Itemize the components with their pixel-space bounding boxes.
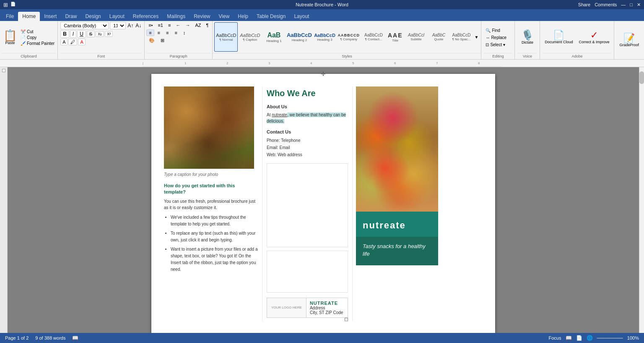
- middle-spacer: [267, 163, 348, 247]
- style-normal[interactable]: AaBbCcD ¶ Normal: [214, 22, 238, 52]
- tab-draw[interactable]: Draw: [61, 12, 81, 21]
- about-text-prefix: At: [267, 113, 272, 117]
- bold-button[interactable]: B: [60, 30, 69, 38]
- phone-line[interactable]: Phone: Telephone: [267, 137, 348, 144]
- contact-heading[interactable]: Contact Us: [267, 129, 348, 134]
- replace-button[interactable]: ↔ Replace: [484, 34, 508, 41]
- style-company[interactable]: AABBCCD ¶ Company: [337, 22, 361, 52]
- multilevel-list-button[interactable]: ≡: [166, 22, 173, 29]
- format-painter-button[interactable]: 🖌️ Format Painter: [19, 41, 56, 46]
- comments-button[interactable]: Comments: [595, 2, 617, 8]
- grow-font-button[interactable]: A↑: [127, 22, 134, 29]
- style-heading1[interactable]: AaB Heading 1: [262, 22, 286, 52]
- email-line[interactable]: Email: Email: [267, 144, 348, 151]
- who-we-are-heading[interactable]: Who We Are: [267, 86, 348, 98]
- voice-group: 🎙️ Dictate Voice: [515, 21, 540, 59]
- brand-box[interactable]: nutreate: [356, 212, 438, 237]
- bullet-1[interactable]: We've included a few tips throughout the…: [171, 214, 258, 228]
- numbering-button[interactable]: ≡1: [156, 22, 165, 29]
- shrink-font-button[interactable]: A↓: [135, 22, 142, 29]
- font-color-button[interactable]: A: [78, 39, 85, 45]
- align-center-button[interactable]: ≡: [155, 29, 163, 36]
- underline-button[interactable]: U: [77, 30, 86, 38]
- doc-title: Nutreate Brochure - Word: [163, 2, 481, 7]
- tab-mailings[interactable]: Mailings: [163, 12, 190, 21]
- read-mode-icon[interactable]: 📖: [566, 335, 572, 341]
- tab-file[interactable]: File: [2, 12, 18, 21]
- style-subtitle[interactable]: AaBbCcl Subtitle: [404, 22, 428, 52]
- select-button[interactable]: ⊡ Select ▾: [484, 42, 508, 48]
- text-effects-button[interactable]: A: [60, 39, 68, 45]
- find-button[interactable]: 🔍 Find: [484, 27, 508, 34]
- question-heading[interactable]: How do you get started with this templat…: [164, 183, 258, 196]
- photo-caption[interactable]: Type a caption for your photo: [164, 172, 258, 177]
- decrease-indent-button[interactable]: ←: [174, 22, 182, 29]
- borders-button[interactable]: ⊞: [158, 37, 167, 44]
- bullet-2[interactable]: To replace any tip text (such as this) w…: [171, 230, 258, 244]
- tab-layout2[interactable]: Layout: [290, 12, 313, 21]
- gradeproof-button[interactable]: 📝 GradeProof: [617, 32, 641, 48]
- resize-handle[interactable]: [345, 318, 348, 321]
- style-heading2[interactable]: AaBbCcD Heading 2: [286, 22, 312, 52]
- web-line[interactable]: Web: Web address: [267, 151, 348, 158]
- line-spacing-button[interactable]: ↕: [181, 29, 188, 36]
- style-title[interactable]: AAE Title: [387, 22, 404, 52]
- scrollbar-area[interactable]: [639, 67, 644, 333]
- font-size-select[interactable]: 11: [110, 22, 126, 29]
- tab-view[interactable]: View: [215, 12, 234, 21]
- increase-indent-button[interactable]: →: [183, 22, 192, 29]
- about-text[interactable]: At nutreate, we believe that healthy can…: [267, 112, 348, 124]
- style-quote[interactable]: AaBbC Quote: [428, 22, 449, 52]
- web-layout-icon[interactable]: 🌐: [587, 335, 593, 341]
- logo-box[interactable]: YOUR LOGO HERE: [267, 298, 306, 317]
- print-layout-icon[interactable]: 📄: [576, 335, 582, 341]
- tab-help[interactable]: Help: [234, 12, 252, 21]
- strikethrough-button[interactable]: S: [87, 31, 95, 37]
- paste-button[interactable]: 📋 Paste: [2, 29, 18, 46]
- word-count: 9 of 388 words: [35, 335, 65, 340]
- style-contact[interactable]: AaBbCcD ¶ Contact...: [361, 22, 386, 52]
- style-nospace[interactable]: AaBbCcD ¶ No Spac...: [449, 22, 473, 52]
- zoom-slider[interactable]: ────────: [597, 335, 623, 340]
- tab-layout[interactable]: Layout: [105, 12, 129, 21]
- dictate-button[interactable]: 🎙️ Dictate: [519, 29, 536, 46]
- copy-button[interactable]: 📄 Copy: [19, 35, 56, 40]
- move-handle[interactable]: ✛: [321, 71, 326, 77]
- font-family-select[interactable]: Cambria (Body): [60, 22, 109, 29]
- address-box[interactable]: NUTREATE Address City, ST ZIP Code: [306, 298, 346, 317]
- about-heading[interactable]: About Us: [267, 104, 348, 109]
- tab-insert[interactable]: Insert: [40, 12, 61, 21]
- align-left-button[interactable]: ≡: [146, 29, 154, 36]
- document-cloud-button[interactable]: 📄 Document Cloud: [543, 29, 575, 45]
- bullet-3[interactable]: Want to insert a picture from your files…: [171, 246, 258, 273]
- superscript-button[interactable]: X²: [105, 31, 113, 37]
- zoom-level[interactable]: 100%: [627, 335, 639, 340]
- bullets-button[interactable]: ≡•: [146, 22, 155, 29]
- scrollbar-thumb[interactable]: [639, 71, 644, 84]
- align-right-button[interactable]: ≡: [164, 29, 171, 36]
- text-highlight-button[interactable]: 🖊: [68, 39, 77, 45]
- tab-home[interactable]: Home: [18, 12, 40, 21]
- title-bar: ⊞ 📄 Nutreate Brochure - Word Share Comme…: [0, 0, 644, 9]
- share-button[interactable]: Share: [578, 2, 590, 8]
- flower-photo: [356, 86, 438, 212]
- tagline-box[interactable]: Tasty snacks for a healthy life: [356, 237, 438, 265]
- style-heading3[interactable]: AaBbCcD Heading 3: [313, 22, 337, 52]
- italic-button[interactable]: I: [70, 30, 76, 38]
- justify-button[interactable]: ≡: [172, 29, 179, 36]
- intro-text[interactable]: You can use this fresh, professional bro…: [164, 198, 258, 211]
- correct-improve-button[interactable]: ✓ Correct & Improve: [576, 29, 611, 45]
- cut-button[interactable]: ✂️ Cut: [19, 29, 56, 34]
- focus-button[interactable]: Focus: [549, 335, 561, 340]
- sort-button[interactable]: AZ: [193, 22, 203, 29]
- subscript-button[interactable]: X₂: [96, 31, 104, 37]
- styles-scroll-down[interactable]: ▼: [473, 34, 479, 40]
- style-caption[interactable]: AaBbCcD ¶ Caption: [238, 22, 262, 52]
- doc-area[interactable]: ✛ Type a caption for your photo How do y…: [8, 67, 639, 333]
- show-hide-button[interactable]: ¶: [204, 22, 210, 29]
- tab-table-design[interactable]: Table Design: [252, 12, 290, 21]
- shading-button[interactable]: 🎨: [146, 37, 157, 44]
- tab-design[interactable]: Design: [81, 12, 105, 21]
- tab-references[interactable]: References: [129, 12, 163, 21]
- tab-review[interactable]: Review: [190, 12, 214, 21]
